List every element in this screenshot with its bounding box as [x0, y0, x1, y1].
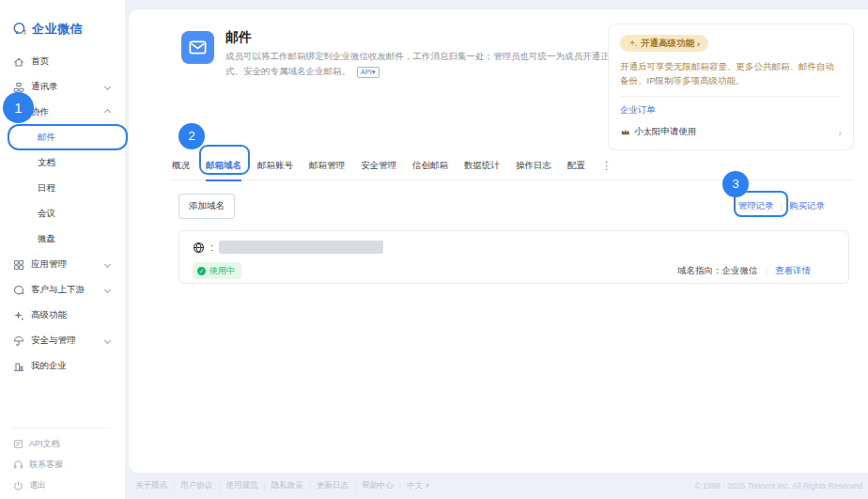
tab-mail-management[interactable]: 邮箱管理 [309, 152, 345, 180]
globe-icon [193, 242, 205, 254]
annotation-circle-1: 1 [3, 92, 34, 123]
mail-app-icon [181, 31, 214, 64]
annotation-box-domain-tab [199, 145, 250, 175]
tab-xinchuang-mail[interactable]: 信创邮箱 [412, 152, 448, 180]
premium-badge-label: 开通高级功能 [641, 38, 694, 50]
divider: | [263, 481, 265, 491]
sidebar: 企业微信 首页 通讯录 协作 邮件 文档 日程 会议 微盘 [0, 0, 125, 499]
sidebar-item-api-docs[interactable]: API文档 [0, 433, 125, 454]
domain-separator: : [210, 242, 213, 253]
more-tabs-icon[interactable]: ⋮ [601, 160, 612, 172]
sidebar-item-customers[interactable]: 客户与上下游 [0, 277, 125, 303]
sidebar-item-label: 我的企业 [31, 360, 67, 372]
sidebar-item-label: 应用管理 [31, 258, 67, 271]
sidebar-item-app-management[interactable]: 应用管理 [0, 252, 125, 277]
request-usage-row[interactable]: 小太阳申请使用 › [620, 126, 842, 138]
chat-bubble-icon [13, 285, 24, 296]
premium-description: 开通后可享受无限邮箱容量、更多公共邮箱、邮件自动备份、IP限制等多项高级功能。 [620, 59, 842, 87]
status-label: 使用中 [209, 265, 235, 277]
sparkle-icon [628, 39, 638, 48]
umbrella-icon [13, 335, 24, 347]
page-footer: 关于腾讯 | 用户协议 | 使用规范 | 隐私政策 | 更新日志 | 帮助中心 … [129, 473, 868, 499]
divider: | [173, 481, 175, 491]
footer-link-about-tencent[interactable]: 关于腾讯 [135, 480, 167, 491]
footer-link-usage-rules[interactable]: 使用规范 [225, 480, 257, 491]
sidebar-item-docs[interactable]: 文档 [0, 150, 125, 176]
chevron-right-icon: › [838, 127, 842, 138]
home-icon [13, 56, 24, 68]
tab-operation-logs[interactable]: 操作日志 [516, 152, 551, 180]
copyright-text: © 1998 - 2025 Tencent Inc. All Rights Re… [694, 481, 868, 491]
logo-text: 企业微信 [32, 21, 83, 38]
domain-row: : [193, 241, 835, 254]
divider: | [399, 481, 401, 491]
tab-configuration[interactable]: 配置 [567, 152, 585, 180]
wecom-bubble-icon [12, 22, 27, 37]
premium-panel: 开通高级功能 › 开通后可享受无限邮箱容量、更多公共邮箱、邮件自动备份、IP限制… [608, 23, 854, 150]
contacts-icon [13, 82, 24, 93]
sidebar-item-label: 退出 [29, 479, 46, 491]
chevron-down-icon [104, 337, 111, 344]
add-domain-button[interactable]: 添加域名 [178, 194, 235, 219]
chevron-down-icon [104, 287, 111, 293]
purchase-records-link[interactable]: 购买记录 [789, 200, 825, 212]
footer-link-user-agreement[interactable]: 用户协议 [180, 480, 212, 491]
grid-icon [13, 259, 24, 271]
sidebar-item-schedule[interactable]: 日程 [0, 176, 125, 201]
tab-bar: 概况 邮箱域名 邮箱账号 邮箱管理 安全管理 信创邮箱 数据统计 操作日志 配置… [172, 152, 853, 180]
enterprise-order-link[interactable]: 企业订单 [620, 104, 842, 117]
document-icon [13, 439, 23, 449]
sidebar-item-label: API文档 [29, 438, 60, 450]
footer-link-changelog[interactable]: 更新日志 [317, 480, 349, 491]
headset-icon [13, 460, 23, 470]
annotation-box-mail-item [8, 124, 128, 150]
sidebar-item-drive[interactable]: 微盘 [0, 226, 125, 252]
language-selector[interactable]: 中文▾ [407, 480, 429, 491]
open-premium-button[interactable]: 开通高级功能 › [620, 35, 708, 52]
request-usage-label: 小太阳申请使用 [634, 126, 697, 138]
page-title: 邮件 [225, 29, 252, 46]
check-icon: ✓ [197, 267, 206, 275]
divider: | [766, 266, 767, 276]
sidebar-divider [13, 428, 112, 429]
domain-status-row: ✓ 使用中 域名指向： 企业微信 | 查看详情 [193, 262, 835, 279]
footer-link-privacy-policy[interactable]: 隐私政策 [271, 480, 303, 491]
status-badge: ✓ 使用中 [193, 262, 241, 279]
tab-mail-accounts[interactable]: 邮箱账号 [257, 152, 293, 180]
domain-card: : ✓ 使用中 域名指向： 企业微信 | 查看详情 [178, 230, 849, 284]
chevron-down-icon [104, 261, 111, 268]
api-dropdown-badge[interactable]: API▾ [357, 67, 380, 78]
sidebar-item-logout[interactable]: 退出 [0, 475, 125, 495]
chevron-right-icon: › [697, 39, 700, 49]
sidebar-item-security-management[interactable]: 安全与管理 [0, 328, 125, 353]
sidebar-item-label: 高级功能 [31, 309, 67, 321]
sidebar-item-label: 日程 [38, 182, 55, 195]
view-details-link[interactable]: 查看详情 [775, 265, 811, 277]
sidebar-footer: API文档 联系客服 退出 [0, 428, 125, 495]
tab-data-statistics[interactable]: 数据统计 [464, 152, 500, 180]
redacted-domain-name [219, 241, 383, 254]
sidebar-item-label: 文档 [38, 157, 55, 169]
sidebar-item-advanced-features[interactable]: 高级功能 [0, 303, 125, 328]
divider: | [309, 481, 311, 491]
sidebar-item-meeting[interactable]: 会议 [0, 201, 125, 226]
sidebar-item-my-enterprise[interactable]: 我的企业 [0, 353, 125, 379]
sidebar-item-label: 首页 [31, 55, 49, 68]
sidebar-item-label: 微盘 [38, 233, 55, 245]
sidebar-item-contact-support[interactable]: 联系客服 [0, 454, 125, 475]
pointing-value: 企业微信 [722, 265, 758, 277]
sidebar-item-label: 联系客服 [29, 459, 63, 471]
tab-security-management[interactable]: 安全管理 [361, 152, 396, 180]
wecom-logo[interactable]: 企业微信 [0, 0, 125, 38]
pointing-label: 域名指向： [677, 265, 722, 277]
sidebar-item-home[interactable]: 首页 [0, 49, 125, 74]
footer-link-help-center[interactable]: 帮助中心 [362, 480, 394, 491]
sidebar-item-label: 会议 [38, 208, 55, 220]
crown-icon [620, 127, 630, 137]
sidebar-item-label: 通讯录 [31, 81, 58, 93]
chevron-down-icon: ▾ [426, 482, 429, 489]
annotation-box-manage-records [734, 191, 788, 217]
annotation-circle-2: 2 [178, 123, 205, 149]
page-description-text: 成员可以将工作邮箱绑定到企业微信收发邮件，工作消息归集一处；管理员也可统一为成员… [225, 51, 610, 76]
tab-overview[interactable]: 概况 [172, 152, 190, 180]
